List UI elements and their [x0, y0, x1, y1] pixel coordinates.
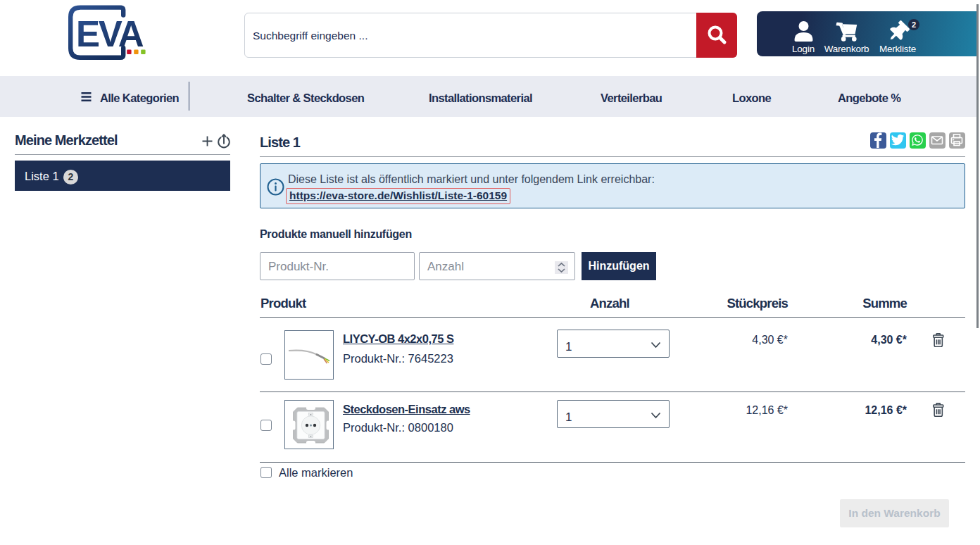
svg-text:EVA: EVA — [76, 14, 144, 54]
